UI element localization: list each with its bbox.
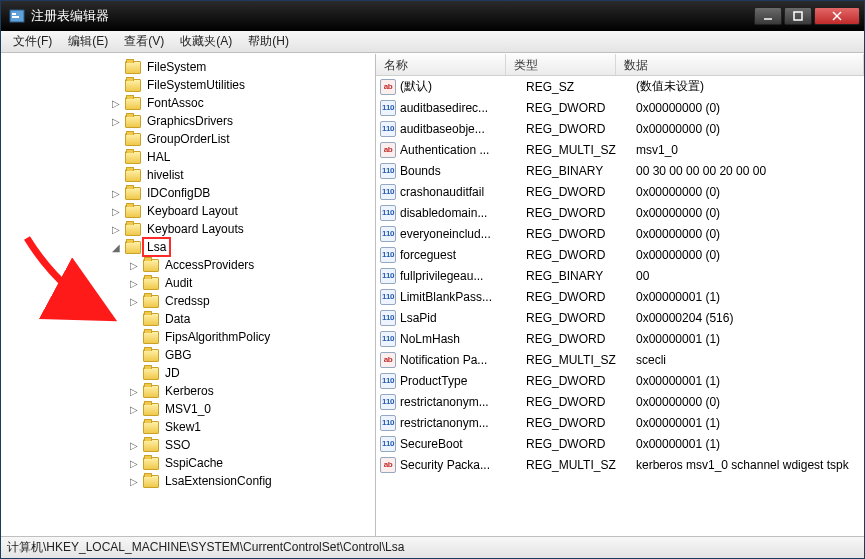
tree-item[interactable]: hivelist (1, 166, 375, 184)
minimize-button[interactable] (754, 7, 782, 25)
folder-icon (125, 79, 141, 92)
expand-toggle-icon[interactable]: ▷ (129, 476, 139, 486)
registry-value-row[interactable]: 110everyoneinclud...REG_DWORD0x00000000 … (376, 223, 864, 244)
tree-item[interactable]: ▷Audit (1, 274, 375, 292)
registry-value-row[interactable]: 110ProductTypeREG_DWORD0x00000001 (1) (376, 370, 864, 391)
list-body[interactable]: ab(默认)REG_SZ(数值未设置)110auditbasedirec...R… (376, 76, 864, 536)
tree-item[interactable]: ▷IDConfigDB (1, 184, 375, 202)
maximize-button[interactable] (784, 7, 812, 25)
binary-value-icon: 110 (380, 310, 396, 326)
registry-value-row[interactable]: 110disabledomain...REG_DWORD0x00000000 (… (376, 202, 864, 223)
tree-item[interactable]: ▷MSV1_0 (1, 400, 375, 418)
tree-item[interactable]: Data (1, 310, 375, 328)
registry-value-row[interactable]: 110auditbasedirec...REG_DWORD0x00000000 … (376, 97, 864, 118)
folder-icon (143, 475, 159, 488)
expand-toggle-icon[interactable]: ▷ (129, 260, 139, 270)
column-header-type[interactable]: 类型 (506, 54, 616, 75)
tree-item[interactable]: HAL (1, 148, 375, 166)
registry-value-row[interactable]: 110auditbaseobje...REG_DWORD0x00000000 (… (376, 118, 864, 139)
tree-item[interactable]: Skew1 (1, 418, 375, 436)
tree-item[interactable]: ▷FontAssoc (1, 94, 375, 112)
value-name: Security Packa... (400, 458, 526, 472)
titlebar[interactable]: 注册表编辑器 (1, 1, 864, 31)
tree-item[interactable]: ▷LsaExtensionConfig (1, 472, 375, 490)
tree-item[interactable]: ▷GraphicsDrivers (1, 112, 375, 130)
menu-help[interactable]: 帮助(H) (240, 31, 297, 52)
tree-item[interactable]: ▷Keyboard Layout (1, 202, 375, 220)
folder-icon (143, 421, 159, 434)
tree-item-label: GBG (163, 348, 194, 362)
folder-icon (125, 61, 141, 74)
registry-value-row[interactable]: 110restrictanonym...REG_DWORD0x00000001 … (376, 412, 864, 433)
tree-item-label: HAL (145, 150, 172, 164)
value-type: REG_BINARY (526, 269, 636, 283)
expand-toggle-icon[interactable]: ▷ (129, 386, 139, 396)
tree-item-label: MSV1_0 (163, 402, 213, 416)
tree-item[interactable]: GBG (1, 346, 375, 364)
tree-pane[interactable]: FileSystemFileSystemUtilities▷FontAssoc▷… (1, 54, 376, 536)
registry-value-row[interactable]: 110BoundsREG_BINARY00 30 00 00 00 20 00 … (376, 160, 864, 181)
registry-value-row[interactable]: abAuthentication ...REG_MULTI_SZmsv1_0 (376, 139, 864, 160)
column-header-data[interactable]: 数据 (616, 54, 864, 75)
menu-favorites[interactable]: 收藏夹(A) (172, 31, 240, 52)
value-name: NoLmHash (400, 332, 526, 346)
tree-item[interactable]: FileSystem (1, 58, 375, 76)
folder-icon (125, 205, 141, 218)
registry-value-row[interactable]: 110fullprivilegeau...REG_BINARY00 (376, 265, 864, 286)
tree-item[interactable]: ▷Kerberos (1, 382, 375, 400)
registry-value-row[interactable]: 110LsaPidREG_DWORD0x00000204 (516) (376, 307, 864, 328)
tree-item[interactable]: GroupOrderList (1, 130, 375, 148)
menu-view[interactable]: 查看(V) (116, 31, 172, 52)
expand-toggle-icon[interactable]: ◢ (111, 242, 121, 252)
value-name: Bounds (400, 164, 526, 178)
expand-toggle-icon[interactable]: ▷ (111, 98, 121, 108)
value-data: 0x00000000 (0) (636, 101, 864, 115)
window-buttons (754, 7, 860, 25)
expand-toggle-icon[interactable]: ▷ (129, 458, 139, 468)
value-data: 0x00000000 (0) (636, 395, 864, 409)
value-data: 0x00000001 (1) (636, 416, 864, 430)
column-header-name[interactable]: 名称 (376, 54, 506, 75)
registry-value-row[interactable]: 110forceguestREG_DWORD0x00000000 (0) (376, 244, 864, 265)
tree-item[interactable]: ▷Credssp (1, 292, 375, 310)
expand-toggle-icon[interactable]: ▷ (111, 224, 121, 234)
registry-value-row[interactable]: 110NoLmHashREG_DWORD0x00000001 (1) (376, 328, 864, 349)
binary-value-icon: 110 (380, 163, 396, 179)
close-button[interactable] (814, 7, 860, 25)
expand-toggle-icon[interactable]: ▷ (111, 206, 121, 216)
folder-icon (125, 151, 141, 164)
registry-value-row[interactable]: 110LimitBlankPass...REG_DWORD0x00000001 … (376, 286, 864, 307)
menu-edit[interactable]: 编辑(E) (60, 31, 116, 52)
registry-value-row[interactable]: ab(默认)REG_SZ(数值未设置) (376, 76, 864, 97)
tree-item[interactable]: ▷SSO (1, 436, 375, 454)
registry-value-row[interactable]: 110crashonauditfailREG_DWORD0x00000000 (… (376, 181, 864, 202)
tree-item-label: SSO (163, 438, 192, 452)
tree-item-label: Lsa (145, 240, 168, 254)
registry-value-row[interactable]: abSecurity Packa...REG_MULTI_SZkerberos … (376, 454, 864, 475)
statusbar: 计算机\HKEY_LOCAL_MACHINE\SYSTEM\CurrentCon… (1, 536, 864, 558)
expand-toggle-icon[interactable]: ▷ (129, 440, 139, 450)
tree-item[interactable]: FileSystemUtilities (1, 76, 375, 94)
tree-item[interactable]: ▷Keyboard Layouts (1, 220, 375, 238)
tree-item-selected[interactable]: ◢Lsa (1, 238, 375, 256)
tree-item[interactable]: ▷SspiCache (1, 454, 375, 472)
tree-item-label: FileSystemUtilities (145, 78, 247, 92)
expand-toggle-icon[interactable]: ▷ (111, 116, 121, 126)
folder-icon (143, 313, 159, 326)
menu-file[interactable]: 文件(F) (5, 31, 60, 52)
tree-item[interactable]: JD (1, 364, 375, 382)
binary-value-icon: 110 (380, 121, 396, 137)
registry-value-row[interactable]: 110restrictanonym...REG_DWORD0x00000000 … (376, 391, 864, 412)
expand-toggle-icon[interactable]: ▷ (129, 296, 139, 306)
registry-value-row[interactable]: 110SecureBootREG_DWORD0x00000001 (1) (376, 433, 864, 454)
tree-item[interactable]: ▷AccessProviders (1, 256, 375, 274)
expand-toggle-icon[interactable]: ▷ (129, 278, 139, 288)
tree-item-label: hivelist (145, 168, 186, 182)
expand-toggle-icon[interactable]: ▷ (111, 188, 121, 198)
value-data: kerberos msv1_0 schannel wdigest tspk (636, 458, 864, 472)
value-type: REG_SZ (526, 80, 636, 94)
expand-toggle-icon[interactable]: ▷ (129, 404, 139, 414)
registry-value-row[interactable]: abNotification Pa...REG_MULTI_SZscecli (376, 349, 864, 370)
tree-item[interactable]: FipsAlgorithmPolicy (1, 328, 375, 346)
value-type: REG_DWORD (526, 416, 636, 430)
